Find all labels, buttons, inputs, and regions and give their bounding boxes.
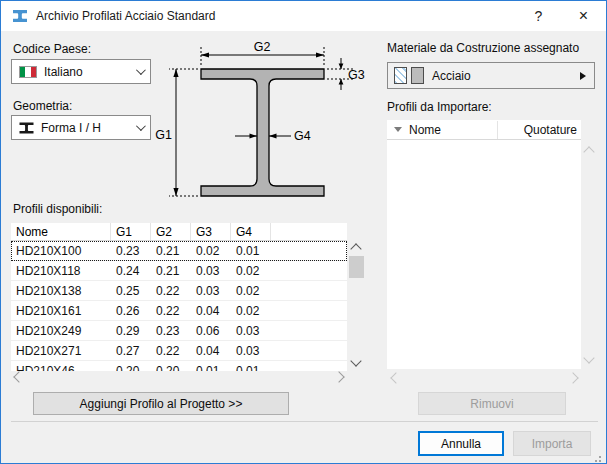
import-column-nome[interactable]: Nome [409, 123, 497, 137]
country-code-label: Codice Paese: [13, 42, 91, 56]
table-row[interactable]: HD210X161 0.26 0.22 0.04 0.02 [11, 301, 347, 321]
import-profiles-label: Profili da Importare: [387, 100, 492, 114]
footer-divider [11, 421, 598, 422]
chevron-down-icon [136, 65, 146, 75]
scroll-up-icon[interactable] [583, 146, 594, 157]
profile-g1: 0.23 [111, 241, 151, 260]
dim-g4-label: G4 [294, 129, 311, 143]
geometry-value: Forma I / H [41, 121, 101, 135]
profile-g4: 0.02 [231, 281, 271, 300]
dim-g2-label: G2 [254, 40, 271, 54]
solid-fill-swatch-icon [411, 67, 424, 84]
import-column-quotature[interactable]: Quotature [498, 123, 581, 137]
table-row[interactable]: HD210X100 0.23 0.21 0.02 0.01 [11, 241, 347, 261]
profiles-table-body: HD210X100 0.23 0.21 0.02 0.01 HD210X118 … [11, 241, 347, 371]
profile-g1: 0.20 [111, 361, 151, 371]
country-select[interactable]: Italiano [11, 59, 151, 84]
material-value: Acciaio [432, 69, 471, 83]
profile-g2: 0.21 [151, 241, 191, 260]
profile-g2: 0.22 [151, 281, 191, 300]
profile-g2: 0.22 [151, 301, 191, 320]
profile-g2: 0.22 [151, 341, 191, 360]
scrollbar-thumb[interactable] [349, 256, 364, 278]
table-row[interactable]: HD210X138 0.25 0.22 0.03 0.02 [11, 281, 347, 301]
available-profiles-label: Profili disponibili: [13, 202, 102, 216]
material-label: Materiale da Costruzione assegnato [387, 41, 579, 55]
profile-g1: 0.24 [111, 261, 151, 280]
profile-g4: 0.01 [231, 241, 271, 260]
profile-g1: 0.26 [111, 301, 151, 320]
column-header-g3[interactable]: G3 [191, 223, 231, 240]
profiles-table-header: Nome G1 G2 G3 G4 [11, 223, 347, 241]
profile-name: HD210X161 [11, 301, 111, 320]
profile-name: HD210X271 [11, 341, 111, 360]
country-value: Italiano [44, 65, 83, 79]
table-row[interactable]: HD210X271 0.27 0.22 0.04 0.03 [11, 341, 347, 361]
scroll-left-icon[interactable] [13, 371, 24, 382]
arrow-right-icon [580, 72, 586, 80]
titlebar: Archivio Profilati Acciaio Standard ? × [1, 1, 606, 31]
italy-flag-icon [19, 66, 37, 78]
cancel-button[interactable]: Annulla [418, 431, 504, 456]
beam-section-diagram: G2 G1 G3 G4 [151, 39, 371, 204]
profile-g2: 0.21 [151, 261, 191, 280]
profile-g4: 0.03 [231, 341, 271, 360]
geometry-select[interactable]: Forma I / H [11, 115, 151, 140]
profile-g3: 0.03 [191, 261, 231, 280]
column-header-g4[interactable]: G4 [231, 223, 271, 240]
steel-profile-archive-dialog: Archivio Profilati Acciaio Standard ? × … [0, 0, 607, 464]
material-button[interactable]: Acciaio [387, 62, 595, 89]
close-button[interactable]: × [561, 1, 606, 31]
steel-hatch-swatch-icon [394, 67, 407, 84]
profile-g4: 0.02 [231, 261, 271, 280]
remove-button[interactable]: Rimuovi [418, 392, 566, 415]
scroll-down-icon[interactable] [583, 352, 594, 363]
table-row[interactable]: HD210X46 0.20 0.20 0.01 0.01 [11, 361, 347, 371]
profile-name: HD210X138 [11, 281, 111, 300]
profile-g2: 0.23 [151, 321, 191, 340]
geometry-label: Geometria: [13, 99, 72, 113]
scroll-left-icon[interactable] [390, 372, 401, 383]
profile-g4: 0.01 [231, 361, 271, 371]
ibeam-app-icon [12, 8, 28, 24]
profile-g3: 0.01 [191, 361, 231, 371]
dim-g3-label: G3 [348, 68, 365, 82]
column-header-g2[interactable]: G2 [151, 223, 191, 240]
profile-name: HD210X100 [11, 241, 111, 260]
profiles-table: Nome G1 G2 G3 G4 HD210X100 0.23 0.21 0.0… [11, 223, 347, 371]
profile-g3: 0.06 [191, 321, 231, 340]
sort-triangle-icon[interactable] [394, 127, 402, 132]
import-list-header: Nome Quotature [387, 120, 581, 140]
column-header-g1[interactable]: G1 [111, 223, 151, 240]
profile-g2: 0.20 [151, 361, 191, 371]
import-button[interactable]: Importa [513, 431, 591, 456]
chevron-down-icon [136, 121, 146, 131]
profile-g1: 0.29 [111, 321, 151, 340]
profile-name: HD210X46 [11, 361, 111, 371]
import-list-body[interactable] [387, 140, 581, 369]
dim-g1-label: G1 [155, 128, 172, 142]
profile-name: HD210X118 [11, 261, 111, 280]
column-header-nome[interactable]: Nome [11, 223, 111, 240]
window-title: Archivio Profilati Acciaio Standard [36, 9, 215, 23]
table-row[interactable]: HD210X249 0.29 0.23 0.06 0.03 [11, 321, 347, 341]
scroll-up-icon[interactable] [350, 243, 361, 254]
profile-name: HD210X249 [11, 321, 111, 340]
resize-grip[interactable] [599, 456, 601, 458]
profile-g1: 0.27 [111, 341, 151, 360]
profile-g3: 0.02 [191, 241, 231, 260]
scroll-right-icon[interactable] [567, 372, 578, 383]
scroll-right-icon[interactable] [333, 371, 344, 382]
ibeam-shape-icon [19, 122, 34, 134]
profile-g3: 0.04 [191, 301, 231, 320]
profile-g3: 0.03 [191, 281, 231, 300]
profile-g3: 0.04 [191, 341, 231, 360]
add-profile-button[interactable]: Aggiungi Profilo al Progetto >> [33, 392, 289, 415]
profile-g1: 0.25 [111, 281, 151, 300]
help-button[interactable]: ? [516, 1, 561, 31]
scroll-down-icon[interactable] [350, 355, 361, 366]
table-row[interactable]: HD210X118 0.24 0.21 0.03 0.02 [11, 261, 347, 281]
profile-g4: 0.03 [231, 321, 271, 340]
profile-g4: 0.02 [231, 301, 271, 320]
